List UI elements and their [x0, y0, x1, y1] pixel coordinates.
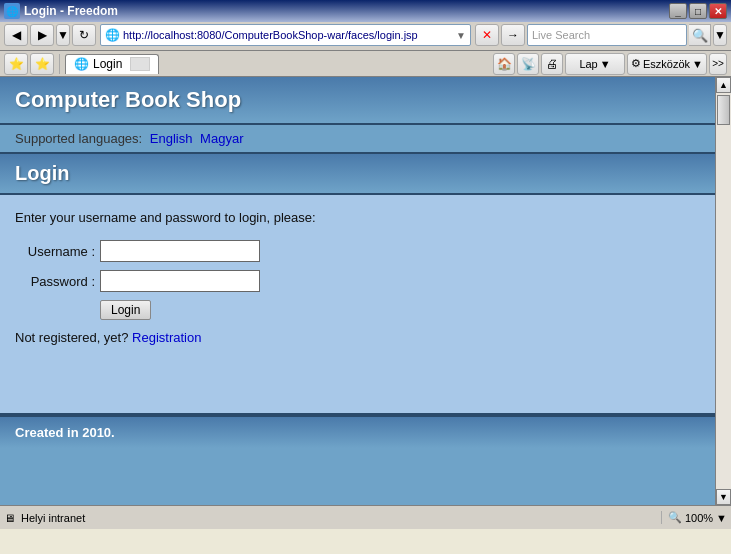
- password-row: Password :: [15, 270, 700, 292]
- scroll-track[interactable]: [716, 93, 731, 489]
- browser-content: Computer Book Shop Supported languages: …: [0, 77, 715, 505]
- address-bar[interactable]: 🌐 http://localhost:8080/ComputerBookShop…: [100, 24, 471, 46]
- vertical-scrollbar[interactable]: ▲ ▼: [715, 77, 731, 505]
- form-instruction: Enter your username and password to logi…: [15, 210, 700, 225]
- zoom-dropdown-icon[interactable]: ▼: [716, 512, 727, 524]
- print-button[interactable]: 🖨: [541, 53, 563, 75]
- search-placeholder: Live Search: [532, 29, 590, 41]
- back-button[interactable]: ◀: [4, 24, 28, 46]
- login-section-header: Login: [0, 154, 715, 195]
- window-title: Login - Freedom: [24, 4, 669, 18]
- forward-button[interactable]: ▶: [30, 24, 54, 46]
- search-button[interactable]: 🔍: [689, 24, 711, 46]
- footer-text: Created in 2010.: [15, 425, 115, 440]
- browser-toolbar-row: ⭐ ⭐ 🌐 Login 🏠 📡 🖨 Lap ▼ ⚙ Eszközök ▼ >>: [0, 51, 731, 77]
- stop-button[interactable]: ✕: [475, 24, 499, 46]
- zoom-icon: 🔍: [668, 511, 682, 524]
- network-status: Helyi intranet: [21, 512, 85, 524]
- search-dropdown[interactable]: ▼: [713, 24, 727, 46]
- magyar-link[interactable]: Magyar: [200, 131, 243, 146]
- login-button[interactable]: Login: [100, 300, 151, 320]
- zoom-level: 100%: [685, 512, 713, 524]
- scroll-up-button[interactable]: ▲: [716, 77, 731, 93]
- site-footer: Created in 2010.: [0, 415, 715, 448]
- feeds-button[interactable]: 📡: [517, 53, 539, 75]
- english-link[interactable]: English: [150, 131, 193, 146]
- tab-icon: 🌐: [74, 57, 89, 71]
- site-title: Computer Book Shop: [15, 87, 241, 112]
- eszközök-label: Eszközök: [643, 58, 690, 70]
- status-bar: 🖥 Helyi intranet 🔍 100% ▼: [0, 505, 731, 529]
- username-label: Username :: [15, 244, 95, 259]
- minimize-button[interactable]: _: [669, 3, 687, 19]
- title-bar: 🌐 Login - Freedom _ □ ✕: [0, 0, 731, 22]
- nav-toolbar: ◀ ▶ ▼ ↻ 🌐 http://localhost:8080/Computer…: [0, 22, 731, 51]
- zoom-area[interactable]: 🔍 100% ▼: [661, 511, 727, 524]
- login-title: Login: [15, 162, 69, 184]
- password-input[interactable]: [100, 270, 260, 292]
- add-favorites[interactable]: ⭐: [30, 53, 54, 75]
- network-icon: 🖥: [4, 512, 15, 524]
- site-header: Computer Book Shop: [0, 77, 715, 125]
- language-bar: Supported languages: English Magyar: [0, 125, 715, 154]
- username-input[interactable]: [100, 240, 260, 262]
- home-button[interactable]: 🏠: [493, 53, 515, 75]
- tab-close-area[interactable]: [130, 57, 150, 71]
- active-tab[interactable]: 🌐 Login: [65, 54, 159, 74]
- login-button-row: Login: [100, 300, 700, 320]
- close-button[interactable]: ✕: [709, 3, 727, 19]
- password-label: Password :: [15, 274, 95, 289]
- content-wrapper: Computer Book Shop Supported languages: …: [0, 77, 731, 505]
- not-registered-area: Not registered, yet? Registration: [15, 330, 700, 345]
- address-dropdown[interactable]: ▼: [456, 30, 466, 41]
- lap-dropdown[interactable]: Lap ▼: [565, 53, 625, 75]
- registration-link[interactable]: Registration: [132, 330, 201, 345]
- more-button[interactable]: >>: [709, 53, 727, 75]
- not-registered-text: Not registered, yet?: [15, 330, 128, 345]
- address-text: http://localhost:8080/ComputerBookShop-w…: [123, 29, 456, 41]
- gear-icon: ⚙: [631, 57, 641, 70]
- lap-label: Lap: [579, 58, 597, 70]
- refresh-button[interactable]: ↻: [72, 24, 96, 46]
- username-row: Username :: [15, 240, 700, 262]
- maximize-button[interactable]: □: [689, 3, 707, 19]
- eszközök-dropdown[interactable]: ⚙ Eszközök ▼: [627, 53, 707, 75]
- tab-label: Login: [93, 57, 122, 71]
- window-icon: 🌐: [4, 3, 20, 19]
- window-controls: _ □ ✕: [669, 3, 727, 19]
- search-box[interactable]: Live Search: [527, 24, 687, 46]
- page-icon: 🌐: [105, 28, 120, 42]
- toolbar-divider: [59, 54, 60, 74]
- scroll-thumb[interactable]: [717, 95, 730, 125]
- dropdown-button[interactable]: ▼: [56, 24, 70, 46]
- navigate-button[interactable]: →: [501, 24, 525, 46]
- scroll-down-button[interactable]: ▼: [716, 489, 731, 505]
- login-form-area: Enter your username and password to logi…: [0, 195, 715, 415]
- supported-languages-label: Supported languages:: [15, 131, 142, 146]
- favorites-star[interactable]: ⭐: [4, 53, 28, 75]
